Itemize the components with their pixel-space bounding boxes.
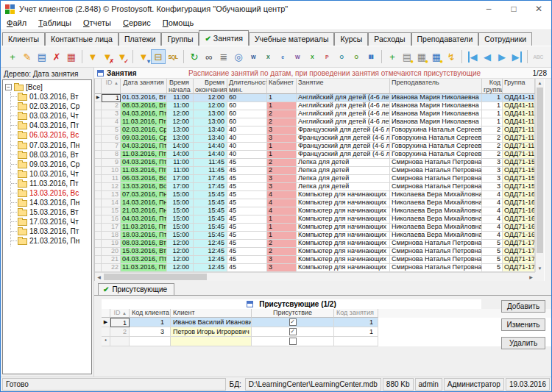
table-row[interactable]: 1307.03.2016, Пн15:0015:45454Компьютер д… <box>95 191 535 199</box>
grid-header-col-end[interactable]: Время окончания <box>194 79 227 94</box>
tree-item-3[interactable]: 04.03.2016, Пт <box>11 121 91 130</box>
merge-excel-icon[interactable]: X <box>305 49 319 64</box>
cell-col-group-code[interactable]: 4 <box>482 199 503 207</box>
cell-col-client[interactable]: Иванов Василий Иванович <box>171 318 252 327</box>
chart-icon[interactable]: ▮▮ <box>364 49 378 64</box>
cell-col-duration[interactable]: 45 <box>227 159 267 167</box>
grid-header-col-room[interactable]: Кабинет <box>267 79 297 94</box>
cell-col-teacher[interactable]: Иванова Мария Николаевна <box>390 118 482 126</box>
cell-col-start[interactable]: 12:00 <box>167 256 194 264</box>
cell-col-teacher[interactable]: Николаева Вера Михайловна <box>390 232 482 240</box>
cell-col-room[interactable]: 2 <box>267 110 297 118</box>
tree-root[interactable]: − [Все] <box>5 82 91 92</box>
edit-button[interactable]: Изменить <box>501 318 545 331</box>
cell-col-group[interactable]: ОДД71-15 <box>503 175 535 183</box>
cell-col-lesson[interactable]: Лепка для детей <box>297 183 390 191</box>
grid-header-col-date[interactable]: Дата занятия <box>121 79 167 94</box>
table-row[interactable]: 1414.03.2016, Пн15:0015:45454Компьютер д… <box>95 199 535 207</box>
cell-col-group-code[interactable]: 2 <box>482 126 503 135</box>
cell-col-room[interactable]: 1 <box>267 215 297 224</box>
presence-checkbox[interactable] <box>289 338 297 345</box>
clear-filter-icon[interactable]: ▼✓ <box>115 49 130 64</box>
cell-col-date[interactable]: 04.03.2016, Пт <box>121 256 167 264</box>
cell-col-id[interactable]: 20 <box>102 248 121 256</box>
cell-col-start[interactable]: 15:00 <box>167 224 194 232</box>
close-button[interactable]: ✕ <box>526 1 551 16</box>
tab-clients[interactable]: Клиенты <box>2 32 45 46</box>
app-icon[interactable] <box>5 4 15 14</box>
cell-col-group-code[interactable]: 4 <box>482 224 503 232</box>
cell-col-duration[interactable]: 45 <box>227 232 267 240</box>
cell-col-group[interactable]: ОДД71-16 <box>503 215 535 224</box>
cell-col-id[interactable]: 1 <box>102 94 121 102</box>
delete-table-rows-icon[interactable]: ▦ <box>64 49 79 64</box>
cell-col-group-code[interactable]: 4 <box>482 191 503 199</box>
cell-col-group[interactable]: ОДД71-16 <box>503 207 535 215</box>
delete-button[interactable]: Удалить <box>501 337 545 349</box>
maximize-button[interactable]: □ <box>501 1 526 16</box>
export-odt-icon[interactable]: O <box>334 49 349 64</box>
grid-header-col-lesson[interactable]: Занятие <box>297 79 390 94</box>
cell-col-client-code[interactable] <box>130 337 171 346</box>
cell-col-lesson-code[interactable]: 1 <box>334 327 378 337</box>
quick-filter-icon[interactable]: ▼▾ <box>136 49 151 64</box>
cell-col-room[interactable]: 2 <box>267 159 297 167</box>
cell-col-teacher[interactable]: Николаева Вера Михайловна <box>390 215 482 224</box>
search-icon[interactable]: ∞ <box>202 49 216 64</box>
cell-col-id[interactable]: 3 <box>102 110 121 118</box>
cell-col-lesson[interactable]: Английский для детей (4-6 лет) <box>297 102 390 110</box>
cell-col-duration[interactable]: 45 <box>227 248 267 256</box>
cell-col-group[interactable]: ОДД71-16 <box>503 191 535 199</box>
cell-col-group-code[interactable]: 3 <box>482 183 503 191</box>
cell-col-teacher[interactable]: Смирнова Наталья Петровна <box>390 183 482 191</box>
cell-col-date[interactable]: 18.03.2016, Пт <box>121 232 167 240</box>
cell-col-end[interactable]: 12:45 <box>194 264 227 272</box>
cell-col-id[interactable]: 9 <box>102 159 121 167</box>
cell-col-presence[interactable]: ✓ <box>252 318 334 327</box>
cell-col-group-code[interactable]: 1 <box>482 94 503 102</box>
scroll-up-icon[interactable]: ▲ <box>536 79 544 87</box>
cell-col-group[interactable]: ОДД71-11 <box>503 135 535 143</box>
cell-col-id[interactable]: 19 <box>102 240 121 248</box>
cell-col-teacher[interactable]: Николаева Вера Михайловна <box>390 191 482 199</box>
cell-col-start[interactable]: 12:00 <box>167 264 194 272</box>
table-row[interactable]: 1011.03.2016, Пт11:0011:45452Лепка для д… <box>95 167 535 175</box>
cell-col-lesson-code[interactable]: 1 <box>334 318 378 327</box>
cell-col-lesson[interactable]: Компьютер для начинающих <box>297 224 390 232</box>
scroll-right-icon[interactable]: ▶ <box>527 273 535 281</box>
cell-col-duration[interactable]: 45 <box>227 224 267 232</box>
cell-col-duration[interactable]: 40 <box>227 151 267 159</box>
table-row[interactable]: 502.03.2016, Ср13:0013:40403Французский … <box>95 126 535 135</box>
cell-col-room[interactable]: 2 <box>267 118 297 126</box>
table-row[interactable]: 904.03.2016, Пт11:0011:45452Лепка для де… <box>95 159 535 167</box>
cell-col-lesson[interactable]: Лепка для детей <box>297 175 390 183</box>
cell-col-lesson[interactable]: Компьютер для начинающих <box>297 207 390 215</box>
cell-col-group[interactable]: ОДД71-15 <box>503 183 535 191</box>
scroll-left-icon[interactable]: ◀ <box>95 273 103 281</box>
cell-col-duration[interactable]: 40 <box>227 126 267 135</box>
table-row[interactable]: 1604.03.2016, Пт15:0015:45451Компьютер д… <box>95 215 535 224</box>
cell-col-group-code[interactable]: 5 <box>482 256 503 264</box>
export-word-icon[interactable]: W <box>246 49 261 64</box>
cell-col-id[interactable]: 6 <box>102 135 121 143</box>
cell-col-id[interactable]: 21 <box>102 256 121 264</box>
cell-col-teacher[interactable]: Говорухина Наталья Сергеевна <box>390 143 482 151</box>
table-row[interactable]: 1818.03.2016, Пт15:0015:45451Компьютер д… <box>95 232 535 240</box>
cell-col-duration[interactable]: 40 <box>227 143 267 151</box>
presence-checkbox[interactable]: ✓ <box>289 318 297 326</box>
cell-col-end[interactable]: 15:45 <box>194 191 227 199</box>
cell-col-id[interactable]: 17 <box>102 224 121 232</box>
cell-col-lesson[interactable]: Английский для детей (4-6 лет) <box>297 94 390 102</box>
cell-col-group[interactable]: ОДД41-11 <box>503 102 535 110</box>
cell-col-date[interactable]: 11.03.2016, Пт <box>121 224 167 232</box>
horizontal-scrollbar[interactable]: ◀ ▶ <box>95 272 535 281</box>
tab-materials[interactable]: Учебные материалы <box>249 32 335 46</box>
cell-col-end[interactable]: 13:40 <box>194 126 227 135</box>
cell-col-duration[interactable]: 45 <box>227 183 267 191</box>
tree-item-15[interactable]: 21.03.2016, Пн <box>11 236 91 246</box>
cell-col-date[interactable]: 14.03.2016, Пн <box>121 199 167 207</box>
cell-col-start[interactable]: 13:00 <box>167 135 194 143</box>
cell-col-end[interactable]: 15:45 <box>194 207 227 215</box>
cell-col-client[interactable] <box>171 337 252 346</box>
nav-first-icon[interactable]: ◀ <box>465 49 480 64</box>
